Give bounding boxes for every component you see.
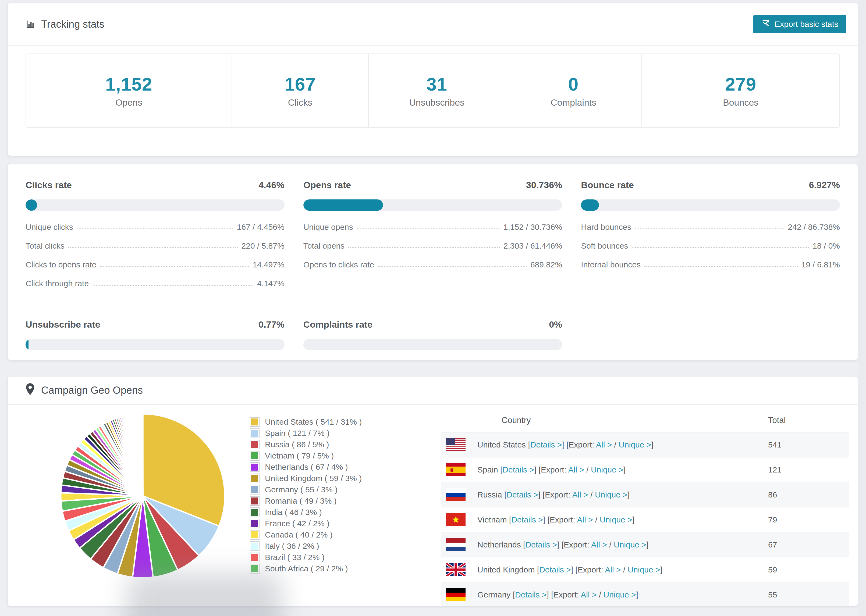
legend-swatch <box>250 428 260 438</box>
progress-bar <box>581 200 840 211</box>
legend-label: South Africa ( 29 / 2% ) <box>265 564 348 573</box>
total-cell: 86 <box>768 490 849 499</box>
stat-value: 31 <box>426 74 447 94</box>
progress-bar-fill <box>25 200 37 211</box>
export-all-link[interactable]: All > <box>581 590 597 599</box>
stat-label: Opens <box>115 97 142 108</box>
rate-detail-row: Total clicks220 / 5.87% <box>25 241 285 250</box>
stat-complaints: 0Complaints <box>505 54 642 127</box>
legend-swatch <box>250 473 260 483</box>
country-name: United States <box>477 440 526 449</box>
legend-label: Germany ( 55 / 3% ) <box>265 485 337 494</box>
stat-label: Clicks <box>288 97 313 108</box>
dotted-leader <box>644 266 797 267</box>
geo-opens-pie-chart[interactable] <box>54 408 231 591</box>
stat-value: 279 <box>725 74 756 94</box>
legend-item: Spain ( 121 / 7% ) <box>250 428 362 438</box>
rate-row-value: 14.497% <box>252 260 284 269</box>
rate-detail-row: Total opens2,303 / 61.446% <box>303 241 562 250</box>
total-cell: 59 <box>768 565 849 574</box>
export-unique-link[interactable]: Unique > <box>595 490 627 499</box>
rate-row-label: Unique clicks <box>25 223 73 232</box>
rate-row-value: 19 / 6.81% <box>801 260 840 269</box>
rate-row-value: 1,152 / 30.736% <box>504 223 562 232</box>
rate-value: 4.46% <box>258 180 284 190</box>
rate-head: Complaints rate0% <box>303 319 562 330</box>
flag-gb-icon <box>446 563 466 576</box>
rate-detail-row: Internal bounces19 / 6.81% <box>581 260 840 269</box>
rate-detail-row: Unique clicks167 / 4.456% <box>25 223 285 232</box>
flag-vn-icon: ★ <box>446 513 466 526</box>
country-cell: United Kingdom [Details >] [Export: All … <box>477 565 663 574</box>
legend-label: Brazil ( 33 / 2% ) <box>265 553 324 562</box>
legend-label: Vietnam ( 79 / 5% ) <box>265 451 334 460</box>
rate-head: Opens rate30.736% <box>303 180 562 190</box>
rate-detail-row: Hard bounces242 / 86.738% <box>581 223 840 232</box>
campaign-geo-opens-card: Campaign Geo Opens United States ( 541 /… <box>8 376 858 606</box>
progress-bar <box>303 200 562 211</box>
flag-nl-icon <box>446 538 466 551</box>
export-all-link[interactable]: All > <box>596 440 612 449</box>
export-unique-link[interactable]: Unique > <box>600 515 632 524</box>
export-unique-link[interactable]: Unique > <box>628 565 660 574</box>
country-name: Russia <box>477 490 502 499</box>
country-name: Netherlands <box>477 540 521 549</box>
export-all-link[interactable]: All > <box>591 540 607 549</box>
tracking-stats-header: Tracking stats Export basic stats <box>8 3 858 46</box>
legend-item: Romania ( 49 / 3% ) <box>250 496 362 506</box>
legend-swatch <box>250 553 260 562</box>
rate-row-label: Unique opens <box>303 223 353 232</box>
rate-row-value: 4.147% <box>257 279 285 288</box>
export-basic-stats-button[interactable]: Export basic stats <box>753 15 846 33</box>
details-link[interactable]: Details > <box>531 440 562 449</box>
export-unique-link[interactable]: Unique > <box>591 465 624 474</box>
export-all-link[interactable]: All > <box>568 465 584 474</box>
legend-swatch <box>250 485 260 495</box>
stat-value: 0 <box>568 74 579 94</box>
rate-block-complaints-rate: Complaints rate0%Complaints0 <box>303 319 562 360</box>
details-link[interactable]: Details > <box>502 465 534 474</box>
country-cell: Netherlands [Details >] [Export: All > /… <box>477 540 649 549</box>
export-all-link[interactable]: All > <box>572 490 588 499</box>
export-unique-link[interactable]: Unique > <box>614 540 646 549</box>
pie-legend: United States ( 541 / 31% )Spain ( 121 /… <box>250 417 362 575</box>
rate-head: Unsubscribe rate0.77% <box>25 319 285 330</box>
details-link[interactable]: Details > <box>539 565 571 574</box>
details-link[interactable]: Details > <box>525 540 557 549</box>
table-row: Russia [Details >] [Export: All > / Uniq… <box>441 482 849 508</box>
export-unique-link[interactable]: Unique > <box>619 440 651 449</box>
progress-bar <box>25 200 285 211</box>
rate-title: Bounce rate <box>581 180 634 190</box>
geo-header: Campaign Geo Opens <box>8 377 858 405</box>
export-unique-link[interactable]: Unique > <box>603 590 636 599</box>
country-cell: Germany [Details >] [Export: All > / Uni… <box>477 590 638 599</box>
dotted-leader <box>68 247 238 248</box>
stat-clicks: 167Clicks <box>232 54 369 127</box>
legend-item: France ( 42 / 2% ) <box>250 519 362 529</box>
dotted-leader <box>348 247 500 248</box>
rate-block-bounce-rate: Bounce rate6.927%Hard bounces242 / 86.73… <box>581 180 840 298</box>
page-title: Tracking stats <box>41 19 104 30</box>
rate-row-label: Soft bounces <box>581 241 628 250</box>
stat-label: Unsubscribes <box>409 97 464 108</box>
total-cell: 121 <box>768 465 849 475</box>
column-header-country: Country <box>441 415 531 425</box>
legend-label: France ( 42 / 2% ) <box>265 519 329 528</box>
export-all-link[interactable]: All > <box>605 565 621 574</box>
details-link[interactable]: Details > <box>506 490 538 499</box>
progress-bar-fill <box>25 339 28 350</box>
details-link[interactable]: Details > <box>511 515 543 524</box>
dotted-leader <box>357 228 500 229</box>
rate-block-unsubscribe-rate: Unsubscribe rate0.77%Unsubscribes31 <box>25 319 285 360</box>
rate-row-value: 18 / 0% <box>812 241 840 250</box>
legend-swatch <box>250 519 260 528</box>
export-button-label: Export basic stats <box>775 20 838 29</box>
legend-label: Netherlands ( 67 / 4% ) <box>265 462 348 472</box>
rate-value: 0% <box>549 319 562 330</box>
export-all-link[interactable]: All > <box>577 515 593 524</box>
details-link[interactable]: Details > <box>515 590 547 599</box>
rate-detail-row: Soft bounces18 / 0% <box>581 241 840 250</box>
rate-title: Complaints rate <box>303 319 373 330</box>
table-row: Spain [Details >] [Export: All > / Uniqu… <box>441 457 849 482</box>
legend-swatch <box>250 541 260 551</box>
